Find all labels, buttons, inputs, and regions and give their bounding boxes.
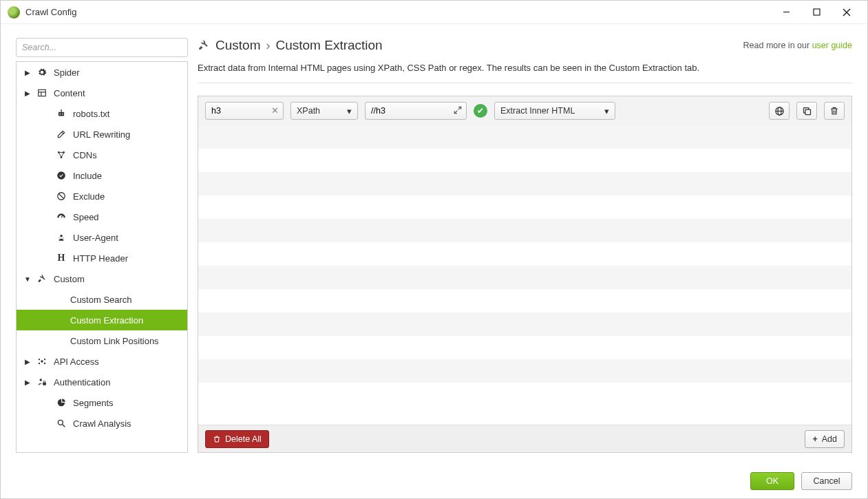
svg-point-11 xyxy=(61,109,62,111)
svg-point-26 xyxy=(58,420,63,425)
sidebar-item-cdns[interactable]: CDNs xyxy=(17,145,187,165)
sidebar-item-label: URL Rewriting xyxy=(73,129,130,140)
svg-point-19 xyxy=(41,360,43,363)
svg-rect-31 xyxy=(805,109,811,115)
robot-icon xyxy=(55,109,67,118)
sidebar-item-label: CDNs xyxy=(73,150,97,160)
caret-icon: ▶ xyxy=(23,69,32,76)
gauge-icon xyxy=(55,212,67,222)
sidebar-item-custom-search[interactable]: Custom Search xyxy=(17,289,187,310)
svg-point-24 xyxy=(40,379,43,381)
delete-row-button[interactable] xyxy=(824,102,845,120)
svg-point-21 xyxy=(44,359,45,360)
sidebar-item-user-agent[interactable]: User-Agent xyxy=(17,227,187,248)
sidebar-item-custom[interactable]: ▼Custom xyxy=(17,268,187,289)
svg-line-17 xyxy=(59,194,64,199)
sidebar-item-label: Speed xyxy=(73,212,99,222)
expand-icon[interactable] xyxy=(453,105,463,115)
extractor-name-input[interactable]: ✕ xyxy=(205,102,284,120)
svg-point-18 xyxy=(60,235,63,237)
ban-icon xyxy=(55,191,67,201)
caret-icon: ▼ xyxy=(23,275,32,283)
svg-point-15 xyxy=(57,171,65,180)
check-circle-icon xyxy=(55,171,67,180)
svg-rect-4 xyxy=(39,89,46,96)
close-button[interactable] xyxy=(832,2,862,23)
sidebar-item-label: Custom Extraction xyxy=(70,315,143,326)
app-icon xyxy=(8,6,20,19)
main-panel: Custom › Custom Extraction Read more in … xyxy=(198,38,852,453)
caret-icon: ▶ xyxy=(23,89,32,97)
caret-icon: ▶ xyxy=(23,358,32,365)
rules-empty-area xyxy=(198,125,851,425)
sidebar-item-label: Segments xyxy=(73,398,114,408)
pie-icon xyxy=(55,398,67,407)
sidebar-item-spider[interactable]: ▶Spider xyxy=(17,62,187,83)
tools-icon xyxy=(198,39,210,52)
sidebar-item-api-access[interactable]: ▶API Access xyxy=(17,351,187,372)
valid-indicator-icon: ✔ xyxy=(474,104,487,118)
sidebar-item-speed[interactable]: Speed xyxy=(17,206,187,227)
sidebar-item-http-header[interactable]: HHTTP Header xyxy=(17,248,187,268)
minimize-button[interactable] xyxy=(771,2,801,23)
sidebar-item-exclude[interactable]: Exclude xyxy=(17,186,187,206)
svg-rect-25 xyxy=(43,383,46,385)
sidebar-item-include[interactable]: Include xyxy=(17,165,187,186)
sidebar-item-label: robots.txt xyxy=(73,109,109,119)
sidebar: ▶Spider▶Contentrobots.txtURL RewritingCD… xyxy=(16,38,188,453)
window-title: Crawl Config xyxy=(25,7,76,17)
clear-name-icon[interactable]: ✕ xyxy=(271,105,279,116)
breadcrumb: Custom › Custom Extraction xyxy=(198,38,383,53)
duplicate-button[interactable] xyxy=(796,102,817,120)
sidebar-item-label: Custom Link Positions xyxy=(70,336,159,346)
svg-line-27 xyxy=(63,425,65,427)
delete-all-button[interactable]: Delete All xyxy=(205,430,269,448)
method-select[interactable]: XPath ▾ xyxy=(290,102,358,120)
sidebar-item-label: Include xyxy=(73,171,102,181)
tools-icon xyxy=(36,274,48,284)
extract-mode-select[interactable]: Extract Inner HTML ▾ xyxy=(494,102,615,120)
sidebar-item-segments[interactable]: Segments xyxy=(17,392,187,413)
extraction-rules: ✕ XPath ▾ ✔ Extract Inner HTML ▾ xyxy=(198,96,852,453)
sidebar-item-authentication[interactable]: ▶Authentication xyxy=(17,372,187,392)
sidebar-item-label: HTTP Header xyxy=(73,253,128,264)
add-button[interactable]: +Add xyxy=(805,430,845,448)
breadcrumb-leaf: Custom Extraction xyxy=(275,38,382,53)
ok-button[interactable]: OK xyxy=(750,472,794,490)
sidebar-tree: ▶Spider▶Contentrobots.txtURL RewritingCD… xyxy=(16,61,188,453)
sidebar-item-label: Crawl Analysis xyxy=(73,418,131,429)
sidebar-search[interactable] xyxy=(16,38,188,57)
maximize-button[interactable] xyxy=(801,2,832,23)
sidebar-item-content[interactable]: ▶Content xyxy=(17,83,187,103)
search-input[interactable] xyxy=(22,43,182,52)
expression-input[interactable] xyxy=(365,102,467,120)
svg-point-9 xyxy=(62,114,63,115)
svg-rect-7 xyxy=(59,112,64,116)
sidebar-item-custom-extraction[interactable]: Custom Extraction xyxy=(17,310,187,330)
sidebar-item-label: Custom Search xyxy=(70,295,132,305)
svg-point-20 xyxy=(39,359,40,360)
sidebar-item-label: Custom xyxy=(54,274,85,284)
svg-rect-1 xyxy=(814,9,820,15)
cancel-button[interactable]: Cancel xyxy=(801,472,852,490)
svg-point-23 xyxy=(44,363,45,364)
sidebar-item-label: User-Agent xyxy=(73,233,118,243)
sidebar-item-robots-txt[interactable]: robots.txt xyxy=(17,103,187,124)
edit-icon xyxy=(55,129,67,139)
browse-button[interactable] xyxy=(769,102,790,120)
globe-dots-icon xyxy=(36,357,48,366)
svg-point-8 xyxy=(59,114,61,115)
caret-icon: ▶ xyxy=(23,379,32,386)
sidebar-item-label: Spider xyxy=(54,67,80,78)
breadcrumb-separator: › xyxy=(266,39,270,53)
layout-icon xyxy=(36,88,48,98)
sidebar-item-crawl-analysis[interactable]: Crawl Analysis xyxy=(17,413,187,434)
sidebar-item-label: API Access xyxy=(54,357,99,367)
sidebar-item-url-rewriting[interactable]: URL Rewriting xyxy=(17,124,187,145)
chevron-down-icon: ▾ xyxy=(347,106,352,116)
sidebar-item-label: Exclude xyxy=(73,191,105,202)
sidebar-item-label: Content xyxy=(54,88,85,98)
sidebar-item-custom-link-positions[interactable]: Custom Link Positions xyxy=(17,330,187,351)
network-icon xyxy=(55,150,67,160)
user-guide-link[interactable]: user guide xyxy=(812,41,852,50)
